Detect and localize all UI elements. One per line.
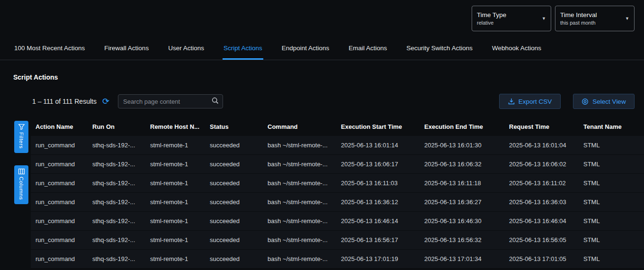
filters-label: Filters: [18, 132, 24, 149]
actions-table: Action NameRun OnRemote Host N...StatusC…: [31, 117, 644, 269]
table-region: Filters Columns Action NameRun OnRemote …: [0, 117, 644, 269]
table-cell: bash ~/stml-remote-...: [263, 217, 336, 225]
table-cell: run_command: [31, 255, 88, 262]
table-row[interactable]: run_commandsthq-sds-192-...stml-remote-1…: [31, 155, 644, 174]
table-cell: sthq-sds-192-...: [88, 161, 145, 168]
table-row[interactable]: run_commandsthq-sds-192-...stml-remote-1…: [31, 231, 644, 250]
table-cell: 2025-06-13 16:56:32: [420, 236, 504, 243]
tab-endpoint-actions[interactable]: Endpoint Actions: [281, 45, 331, 60]
table-cell: succeeded: [205, 236, 263, 243]
table-cell: succeeded: [205, 217, 263, 225]
table-cell: run_command: [31, 198, 88, 206]
table-cell: stml-remote-1: [145, 255, 205, 262]
table-row[interactable]: run_commandsthq-sds-192-...stml-remote-1…: [31, 174, 644, 193]
tab-security-switch-actions[interactable]: Security Switch Actions: [405, 45, 474, 60]
table-cell: run_command: [31, 236, 88, 243]
table-cell: run_command: [31, 161, 88, 168]
export-csv-label: Export CSV: [519, 98, 552, 105]
results-count: 1 – 111 of 111 Results: [32, 98, 97, 105]
table-cell: 2025-06-13 16:11:18: [420, 180, 504, 187]
table-cell: bash ~/stml-remote-...: [263, 161, 336, 168]
table-body: run_commandsthq-sds-192-...stml-remote-1…: [31, 136, 644, 269]
column-header[interactable]: Status: [205, 123, 263, 130]
table-cell: stml-remote-1: [145, 161, 205, 168]
tab-script-actions[interactable]: Script Actions: [223, 45, 263, 60]
table-cell: sthq-sds-192-...: [88, 255, 145, 262]
table-cell: run_command: [31, 217, 88, 225]
table-row[interactable]: run_commandsthq-sds-192-...stml-remote-1…: [31, 193, 644, 212]
page-title: Script Actions: [13, 73, 644, 81]
table-cell: 2025-06-13 16:46:14: [336, 217, 420, 225]
time-type-label: Time Type: [477, 11, 539, 18]
columns-button[interactable]: Columns: [14, 165, 28, 204]
download-icon: [508, 98, 515, 105]
table-header-row: Action NameRun OnRemote Host N...StatusC…: [31, 117, 644, 136]
column-header[interactable]: Action Name: [31, 123, 88, 130]
table-cell: 2025-06-13 16:06:32: [420, 161, 504, 168]
table-cell: bash ~/stml-remote-...: [263, 198, 336, 206]
filters-button[interactable]: Filters: [14, 121, 28, 153]
table-cell: 2025-06-13 16:46:30: [420, 217, 504, 225]
table-row[interactable]: run_commandsthq-sds-192-...stml-remote-1…: [31, 136, 644, 155]
table-cell: STML: [579, 255, 644, 262]
search-box: [118, 94, 223, 108]
column-header[interactable]: Tenant Name: [579, 123, 644, 130]
time-interval-dropdown[interactable]: Time Interval this past month ▼: [555, 6, 635, 31]
toolbar-buttons: Export CSV Select View: [499, 94, 635, 109]
table-cell: 2025-06-13 16:46:04: [504, 217, 579, 225]
table-cell: succeeded: [205, 180, 263, 187]
table-cell: 2025-06-13 17:01:34: [420, 255, 504, 262]
table-cell: 2025-06-13 16:36:27: [420, 198, 504, 206]
table-cell: succeeded: [205, 142, 263, 149]
columns-icon: [18, 169, 25, 174]
table-cell: sthq-sds-192-...: [88, 236, 145, 243]
table-cell: succeeded: [205, 161, 263, 168]
table-cell: sthq-sds-192-...: [88, 180, 145, 187]
table-cell: STML: [579, 161, 644, 168]
table-row[interactable]: run_commandsthq-sds-192-...stml-remote-1…: [31, 250, 644, 269]
table-cell: 2025-06-13 17:01:19: [336, 255, 420, 262]
refresh-icon[interactable]: ⟳: [102, 97, 109, 106]
tab-100-most-recent-actions[interactable]: 100 Most Recent Actions: [13, 45, 86, 60]
tab-bar: 100 Most Recent ActionsFirewall ActionsU…: [0, 37, 644, 60]
table-cell: bash ~/stml-remote-...: [263, 142, 336, 149]
column-header[interactable]: Run On: [88, 123, 145, 130]
table-cell: STML: [579, 217, 644, 225]
tab-firewall-actions[interactable]: Firewall Actions: [103, 45, 150, 60]
search-input[interactable]: [123, 98, 212, 105]
table-cell: 2025-06-13 16:56:17: [336, 236, 420, 243]
table-cell: sthq-sds-192-...: [88, 142, 145, 149]
table-cell: succeeded: [205, 255, 263, 262]
table-cell: stml-remote-1: [145, 236, 205, 243]
topbar: Time Type relative ▼ Time Interval this …: [0, 0, 644, 37]
tab-webhook-actions[interactable]: Webhook Actions: [491, 45, 542, 60]
tab-user-actions[interactable]: User Actions: [167, 45, 205, 60]
column-header[interactable]: Execution End Time: [420, 123, 504, 130]
table-cell: 2025-06-13 16:11:02: [504, 180, 579, 187]
table-cell: succeeded: [205, 198, 263, 206]
time-interval-label: Time Interval: [560, 11, 622, 18]
table-cell: STML: [579, 198, 644, 206]
table-cell: stml-remote-1: [145, 180, 205, 187]
tab-email-actions[interactable]: Email Actions: [348, 45, 388, 60]
table-cell: STML: [579, 180, 644, 187]
search-icon: [212, 97, 219, 106]
table-cell: 2025-06-13 16:06:02: [504, 161, 579, 168]
toolbar: 1 – 111 of 111 Results ⟳ Export CSV: [0, 93, 644, 109]
table-row[interactable]: run_commandsthq-sds-192-...stml-remote-1…: [31, 212, 644, 231]
table-cell: 2025-06-13 16:56:05: [504, 236, 579, 243]
table-cell: bash ~/stml-remote-...: [263, 180, 336, 187]
time-type-dropdown[interactable]: Time Type relative ▼: [472, 6, 551, 31]
select-view-button[interactable]: Select View: [573, 94, 635, 109]
table-cell: 2025-06-13 16:06:17: [336, 161, 420, 168]
column-header[interactable]: Remote Host N...: [145, 123, 205, 130]
table-cell: sthq-sds-192-...: [88, 198, 145, 206]
column-header[interactable]: Request Time: [504, 123, 579, 130]
side-rail: Filters Columns: [14, 121, 28, 216]
table-cell: stml-remote-1: [145, 198, 205, 206]
view-icon: [581, 98, 589, 105]
table-cell: 2025-06-13 16:01:14: [336, 142, 420, 149]
column-header[interactable]: Command: [263, 123, 336, 130]
column-header[interactable]: Execution Start Time: [336, 123, 420, 130]
export-csv-button[interactable]: Export CSV: [499, 94, 561, 109]
